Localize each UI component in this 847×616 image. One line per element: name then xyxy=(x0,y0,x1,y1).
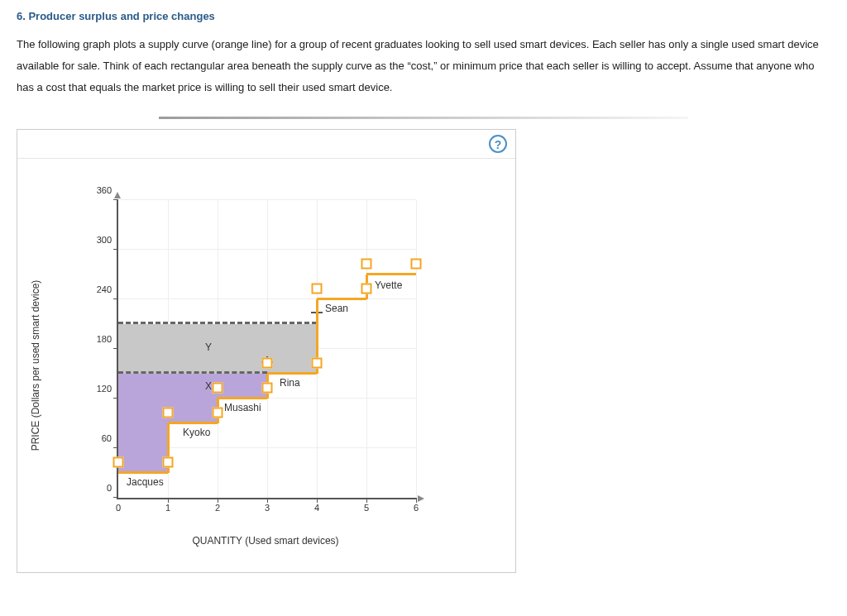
y-tick-60: 60 xyxy=(102,433,118,443)
price-line-lower[interactable] xyxy=(118,371,267,374)
label-region-x: X xyxy=(205,380,212,392)
region-x-musashi xyxy=(218,374,267,399)
tick xyxy=(113,199,118,200)
supply-seg[interactable] xyxy=(366,273,416,275)
x-tick-6: 6 xyxy=(414,498,419,513)
supply-seg[interactable] xyxy=(118,471,168,474)
label-musashi: Musashi xyxy=(224,402,261,413)
graph-panel: ? PRICE (Dollars per used smart device) … xyxy=(17,129,516,573)
handle[interactable] xyxy=(113,457,124,468)
supply-seg[interactable] xyxy=(168,422,218,424)
y-tick-180: 180 xyxy=(97,334,118,344)
supply-seg[interactable] xyxy=(317,298,366,300)
gridline xyxy=(118,249,416,250)
label-region-y: Y xyxy=(205,341,212,353)
handle[interactable] xyxy=(163,408,174,418)
tick xyxy=(113,249,118,250)
handle[interactable] xyxy=(312,358,323,369)
price-line-upper[interactable] xyxy=(118,322,317,324)
x-axis-label: QUANTITY (Used smart devices) xyxy=(192,535,338,547)
panel-toolbar: ? xyxy=(17,130,515,159)
handle[interactable] xyxy=(361,284,372,294)
handle[interactable] xyxy=(163,457,174,468)
handle[interactable] xyxy=(312,284,323,294)
plot-area[interactable]: 0 60 120 180 240 300 360 0 1 2 3 4 5 xyxy=(117,200,416,499)
gridline xyxy=(366,200,367,498)
divider xyxy=(159,117,688,119)
y-tick-0: 0 xyxy=(107,483,118,493)
y-axis-label: PRICE (Dollars per used smart device) xyxy=(30,280,41,451)
x-tick-0: 0 xyxy=(116,498,121,513)
intro-paragraph: The following graph plots a supply curve… xyxy=(17,34,830,98)
x-axis-arrow-icon xyxy=(418,495,424,502)
tick xyxy=(113,298,118,299)
x-tick-2: 2 xyxy=(215,498,220,513)
y-tick-300: 300 xyxy=(97,235,118,245)
label-sean: Sean xyxy=(325,303,348,314)
supply-seg[interactable] xyxy=(267,372,317,375)
y-tick-120: 120 xyxy=(97,384,118,394)
x-tick-3: 3 xyxy=(265,498,270,513)
help-icon[interactable]: ? xyxy=(489,135,507,153)
region-x-jacques xyxy=(118,374,168,473)
x-tick-1: 1 xyxy=(165,498,170,513)
gridline xyxy=(118,298,416,299)
label-rina: Rina xyxy=(280,377,300,389)
section-heading: 6. Producer surplus and price changes xyxy=(17,10,830,22)
x-tick-4: 4 xyxy=(314,498,319,513)
gridline xyxy=(416,200,417,498)
gridline xyxy=(118,199,416,200)
label-kyoko: Kyoko xyxy=(183,427,210,438)
y-tick-360: 360 xyxy=(97,185,118,195)
x-tick-5: 5 xyxy=(364,498,369,513)
handle[interactable] xyxy=(361,259,372,270)
handle[interactable] xyxy=(411,259,422,270)
handle[interactable] xyxy=(262,383,273,394)
label-jacques: Jacques xyxy=(127,476,164,488)
region-y xyxy=(118,324,317,374)
handle[interactable] xyxy=(262,358,273,369)
plot-container: PRICE (Dollars per used smart device) QU… xyxy=(17,159,515,572)
label-yvette: Yvette xyxy=(375,279,402,291)
supply-seg[interactable] xyxy=(218,397,267,399)
handle[interactable] xyxy=(213,408,223,418)
y-tick-240: 240 xyxy=(97,284,118,294)
handle[interactable] xyxy=(213,383,223,394)
